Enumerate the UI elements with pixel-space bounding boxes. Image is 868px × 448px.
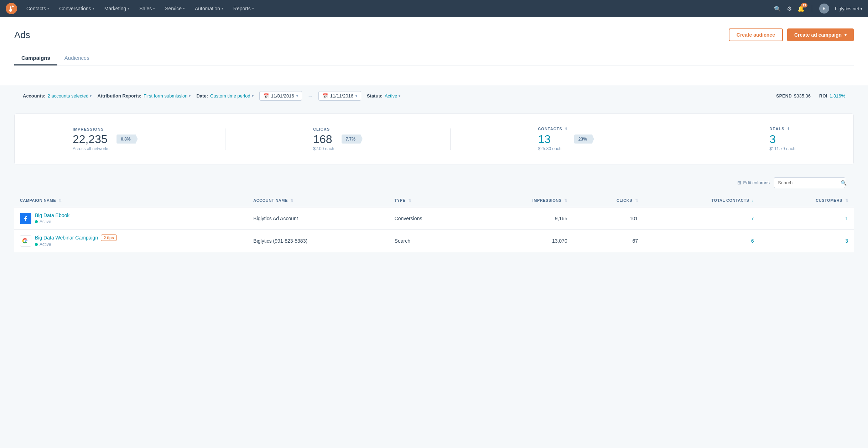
header-actions: Create audience Create ad campaign ▾ <box>729 28 854 41</box>
tab-audiences[interactable]: Audiences <box>57 51 97 65</box>
col-campaign-name[interactable]: CAMPAIGN NAME ⇅ <box>14 194 248 207</box>
create-campaign-button[interactable]: Create ad campaign ▾ <box>787 28 854 41</box>
nav-sales[interactable]: Sales ▾ <box>134 0 160 17</box>
impressions-cell: 13,070 <box>473 230 573 252</box>
col-customers[interactable]: CUSTOMERS ⇅ <box>759 194 854 207</box>
type-cell: Search <box>389 230 473 252</box>
deals-metric: DEALS ℹ 3 $111.79 each <box>769 127 795 151</box>
col-impressions[interactable]: IMPRESSIONS ⇅ <box>473 194 573 207</box>
chevron-down-icon: ▾ <box>128 7 129 10</box>
customers-link[interactable]: 1 <box>845 216 848 221</box>
chevron-down-icon: ▾ <box>189 94 191 98</box>
customers-link[interactable]: 3 <box>845 238 848 244</box>
accounts-dropdown[interactable]: 2 accounts selected ▾ <box>48 93 92 99</box>
impressions-metric: IMPRESSIONS 22,235 Across all networks 0… <box>73 127 138 151</box>
chevron-down-icon: ▾ <box>252 7 254 10</box>
nav-marketing[interactable]: Marketing ▾ <box>99 0 134 17</box>
tab-bar: Campaigns Audiences <box>14 51 854 65</box>
impressions-badge: 0.8% <box>116 135 137 144</box>
campaign-status: Active <box>35 219 69 224</box>
roi-summary: ROI 1,316% <box>819 93 845 99</box>
campaigns-table: CAMPAIGN NAME ⇅ ACCOUNT NAME ⇅ TYPE ⇅ IM… <box>14 194 854 252</box>
chevron-down-icon: ▾ <box>222 7 223 10</box>
metrics-card: IMPRESSIONS 22,235 Across all networks 0… <box>14 114 854 164</box>
sort-icon: ⇅ <box>408 199 411 202</box>
nav-contacts[interactable]: Contacts ▾ <box>21 0 54 17</box>
date-from-button[interactable]: 📅 11/01/2016 ▾ <box>259 91 302 101</box>
sort-icon: ⇅ <box>290 199 293 202</box>
table-row: Big Data Webinar Campaign 2 tips Active … <box>14 230 854 252</box>
create-audience-button[interactable]: Create audience <box>729 28 783 41</box>
edit-columns-button[interactable]: ⊞ Edit columns <box>737 180 770 185</box>
table-header-row: CAMPAIGN NAME ⇅ ACCOUNT NAME ⇅ TYPE ⇅ IM… <box>14 194 854 207</box>
customers-cell: 3 <box>759 230 854 252</box>
data-table: CAMPAIGN NAME ⇅ ACCOUNT NAME ⇅ TYPE ⇅ IM… <box>14 194 854 252</box>
col-total-contacts[interactable]: TOTAL CONTACTS ↓ <box>644 194 759 207</box>
attribution-dropdown[interactable]: First form submission ▾ <box>144 93 191 99</box>
contacts-badge: 23% <box>574 135 594 144</box>
tab-campaigns[interactable]: Campaigns <box>14 51 57 65</box>
account-name-cell: Biglytics (991-823-5383) <box>248 230 389 252</box>
status-dropdown[interactable]: Active ▾ <box>385 93 400 99</box>
filter-bar: Accounts: 2 accounts selected ▾ Attribut… <box>14 85 854 106</box>
nav-right-actions: 🔍 ⚙ 🔔 23 B biglytics.net ▾ <box>774 4 862 14</box>
chevron-down-icon: ▾ <box>90 94 92 98</box>
tips-badge[interactable]: 2 tips <box>101 234 117 241</box>
nav-automation[interactable]: Automation ▾ <box>190 0 228 17</box>
contacts-link[interactable]: 6 <box>751 238 754 244</box>
accounts-filter: Accounts: 2 accounts selected ▾ <box>23 93 92 99</box>
page-title: Ads <box>14 30 30 41</box>
chevron-down-icon: ▾ <box>355 94 357 98</box>
chevron-down-icon: ▾ <box>844 33 847 37</box>
sort-icon: ⇅ <box>635 199 638 202</box>
contacts-metric: CONTACTS ℹ 13 $25.80 each 23% <box>538 127 594 151</box>
contacts-cell: 7 <box>644 207 759 230</box>
contacts-link[interactable]: 7 <box>751 216 754 221</box>
col-clicks[interactable]: CLICKS ⇅ <box>573 194 644 207</box>
date-range-arrow: → <box>308 93 313 99</box>
col-account-name[interactable]: ACCOUNT NAME ⇅ <box>248 194 389 207</box>
info-icon[interactable]: ℹ <box>788 127 789 131</box>
facebook-icon <box>20 213 31 224</box>
calendar-icon: 📅 <box>322 93 328 99</box>
notifications-button[interactable]: 🔔 23 <box>797 5 805 12</box>
campaign-name-cell: Big Data Webinar Campaign 2 tips Active <box>14 230 248 252</box>
table-row: Big Data Ebook Active Biglytics Ad Accou… <box>14 207 854 230</box>
content-area: Accounts: 2 accounts selected ▾ Attribut… <box>0 85 868 267</box>
info-icon[interactable]: ℹ <box>565 127 567 131</box>
search-input[interactable] <box>778 178 838 188</box>
chevron-down-icon: ▾ <box>296 94 298 98</box>
clicks-metric: CLICKS 168 $2.00 each 7.7% <box>313 127 363 151</box>
nav-service[interactable]: Service ▾ <box>160 0 190 17</box>
metric-divider-2 <box>450 128 451 150</box>
chevron-down-icon: ▾ <box>183 7 185 10</box>
col-type[interactable]: TYPE ⇅ <box>389 194 473 207</box>
date-range-dropdown[interactable]: Custom time period ▾ <box>210 93 254 99</box>
chevron-down-icon: ▾ <box>153 7 155 10</box>
avatar[interactable]: B <box>819 4 829 14</box>
table-toolbar: ⊞ Edit columns 🔍 <box>14 172 854 194</box>
attribution-filter: Attribution Reports: First form submissi… <box>97 93 191 99</box>
settings-icon[interactable]: ⚙ <box>787 5 792 12</box>
clicks-cell: 101 <box>573 207 644 230</box>
campaign-status: Active <box>35 242 117 247</box>
metric-divider-3 <box>682 128 682 150</box>
date-to-button[interactable]: 📅 11/11/2016 ▾ <box>318 91 361 101</box>
chevron-down-icon: ▾ <box>93 7 94 10</box>
chevron-down-icon: ▾ <box>861 7 862 11</box>
metric-divider <box>225 128 225 150</box>
chevron-down-icon: ▾ <box>47 7 49 10</box>
chevron-down-icon: ▾ <box>252 94 254 98</box>
customers-cell: 1 <box>759 207 854 230</box>
campaign-link[interactable]: Big Data Ebook <box>35 212 69 218</box>
search-icon[interactable]: 🔍 <box>774 5 781 12</box>
nav-reports[interactable]: Reports ▾ <box>228 0 259 17</box>
campaign-link[interactable]: Big Data Webinar Campaign <box>35 235 98 241</box>
nav-conversations[interactable]: Conversations ▾ <box>54 0 99 17</box>
clicks-cell: 67 <box>573 230 644 252</box>
user-menu[interactable]: biglytics.net ▾ <box>835 6 862 11</box>
svg-point-1 <box>12 6 14 7</box>
hubspot-logo[interactable] <box>6 3 17 14</box>
search-icon: 🔍 <box>841 180 847 186</box>
main-content: Ads Create audience Create ad campaign ▾… <box>0 17 868 85</box>
